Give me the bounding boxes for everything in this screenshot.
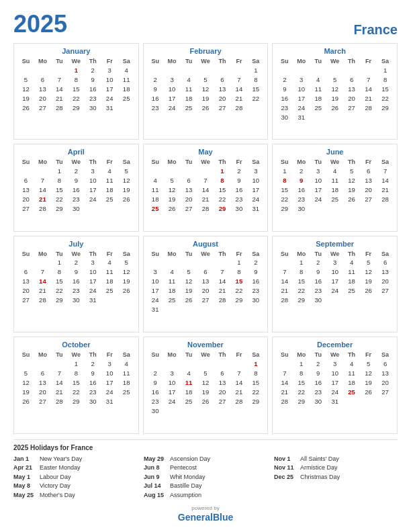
cal-day: 14 xyxy=(377,175,394,185)
cal-day: 18 xyxy=(181,387,197,396)
cal-day: 15 xyxy=(68,84,85,93)
cal-day xyxy=(377,396,394,406)
holiday-date: May 8 xyxy=(13,482,36,491)
cal-day: 4 xyxy=(181,368,197,378)
cal-day: 9 xyxy=(310,267,326,277)
holiday-date: Nov 1 xyxy=(274,455,297,464)
month-block-march: MarchSuMoTuWeThFrSa123456789101112131415… xyxy=(272,43,398,140)
cal-day: 7 xyxy=(276,368,293,378)
cal-day: 12 xyxy=(181,277,197,286)
cal-day xyxy=(147,65,164,75)
cal-day: 14 xyxy=(34,185,51,194)
cal-day: 6 xyxy=(214,368,230,378)
cal-day: 11 xyxy=(164,277,181,286)
cal-day: 17 xyxy=(293,93,310,103)
cal-day: 27 xyxy=(34,396,51,406)
holiday-name: Assumption xyxy=(170,491,201,500)
cal-day: 26 xyxy=(118,194,135,204)
cal-day: 7 xyxy=(377,166,394,175)
cal-day: 20 xyxy=(377,378,394,387)
cal-day xyxy=(343,65,360,75)
cal-day: 11 xyxy=(147,185,164,194)
day-header: Su xyxy=(147,57,164,65)
cal-day: 29 xyxy=(377,103,394,112)
cal-day: 1 xyxy=(293,359,310,368)
cal-day: 2 xyxy=(293,166,310,175)
cal-day: 31 xyxy=(326,396,343,406)
cal-day: 22 xyxy=(230,286,247,296)
cal-day: 22 xyxy=(247,387,264,396)
cal-day: 21 xyxy=(34,286,51,296)
day-header: Th xyxy=(343,351,360,359)
cal-day: 27 xyxy=(377,387,394,396)
cal-day: 30 xyxy=(85,103,101,112)
cal-day: 8 xyxy=(68,75,85,84)
cal-day: 5 xyxy=(343,166,360,175)
holiday-name: Bastille Day xyxy=(170,482,202,491)
cal-day: 24 xyxy=(164,396,181,406)
cal-day: 18 xyxy=(101,185,118,194)
day-header: Th xyxy=(343,158,360,166)
cal-day: 25 xyxy=(181,396,197,406)
month-title: October xyxy=(17,341,135,349)
cal-day: 29 xyxy=(293,296,310,305)
cal-day: 12 xyxy=(17,378,34,387)
cal-day: 15 xyxy=(230,277,247,286)
cal-day: 10 xyxy=(164,84,181,93)
cal-day: 1 xyxy=(68,65,85,75)
cal-day: 16 xyxy=(293,185,310,194)
cal-day: 26 xyxy=(181,296,197,305)
cal-day: 7 xyxy=(34,267,51,277)
cal-day xyxy=(164,258,181,267)
cal-day xyxy=(377,112,394,122)
holidays-title: 2025 Holidays for France xyxy=(13,444,398,451)
cal-day: 3 xyxy=(85,258,101,267)
cal-day: 4 xyxy=(118,359,135,368)
cal-day: 30 xyxy=(230,204,247,213)
cal-day: 17 xyxy=(164,387,181,396)
cal-day: 10 xyxy=(247,175,264,185)
month-title: November xyxy=(147,341,265,349)
cal-day xyxy=(34,166,51,175)
cal-day xyxy=(360,65,377,75)
day-header: We xyxy=(326,57,343,65)
cal-day: 13 xyxy=(214,378,230,387)
cal-day: 14 xyxy=(197,185,214,194)
cal-day: 11 xyxy=(118,368,135,378)
month-title: May xyxy=(147,148,265,156)
header: 2025 France xyxy=(13,12,398,36)
cal-day: 15 xyxy=(293,277,310,286)
cal-day: 2 xyxy=(147,368,164,378)
cal-day xyxy=(214,359,230,368)
cal-day: 13 xyxy=(17,277,34,286)
cal-day xyxy=(101,296,118,305)
day-header: Mo xyxy=(34,351,51,359)
cal-day: 4 xyxy=(310,75,326,84)
cal-day xyxy=(343,204,360,213)
cal-day: 28 xyxy=(214,296,230,305)
cal-day: 29 xyxy=(51,296,68,305)
cal-day: 19 xyxy=(360,378,377,387)
holiday-name: Mother's Day xyxy=(40,491,75,500)
cal-day: 18 xyxy=(147,194,164,204)
cal-day: 26 xyxy=(118,286,135,296)
cal-day: 31 xyxy=(101,103,118,112)
cal-day xyxy=(214,406,230,415)
cal-day: 4 xyxy=(326,166,343,175)
cal-day: 5 xyxy=(197,75,214,84)
cal-day: 29 xyxy=(293,396,310,406)
holiday-date: Dec 25 xyxy=(274,473,297,482)
month-title: April xyxy=(17,148,135,156)
cal-day: 31 xyxy=(85,296,101,305)
cal-day: 24 xyxy=(293,103,310,112)
day-header: Th xyxy=(214,351,230,359)
cal-day xyxy=(326,296,343,305)
cal-day xyxy=(343,112,360,122)
cal-day: 14 xyxy=(51,84,68,93)
cal-day: 29 xyxy=(276,204,293,213)
cal-day: 21 xyxy=(51,93,68,103)
cal-day: 18 xyxy=(181,93,197,103)
cal-day: 23 xyxy=(247,286,264,296)
cal-day: 19 xyxy=(197,93,214,103)
holiday-name: Easter Monday xyxy=(40,463,81,473)
